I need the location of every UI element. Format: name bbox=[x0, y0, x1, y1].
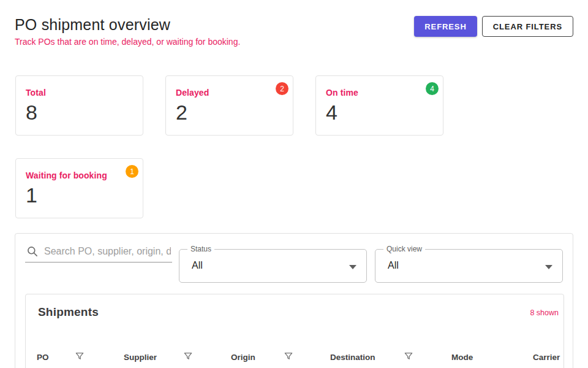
card-value: 8 bbox=[26, 101, 133, 125]
page-subtitle: Track POs that are on time, delayed, or … bbox=[15, 37, 240, 47]
column-header-carrier[interactable]: Carrier bbox=[533, 353, 560, 362]
column-header-po[interactable]: PO bbox=[37, 353, 49, 362]
card-label: On time bbox=[326, 88, 433, 98]
filter-icon[interactable] bbox=[404, 351, 413, 361]
status-select[interactable]: Status All bbox=[179, 249, 367, 283]
filter-icon[interactable] bbox=[75, 351, 85, 361]
summary-cards: Total 8 Delayed 2 2 On time 4 4 Waiting … bbox=[15, 75, 573, 218]
status-badge: 4 bbox=[426, 82, 439, 95]
clear-filters-button[interactable]: CLEAR FILTERS bbox=[482, 16, 573, 37]
filter-icon[interactable] bbox=[183, 351, 193, 361]
card-label: Total bbox=[26, 88, 133, 98]
card-value: 2 bbox=[176, 101, 283, 125]
toolbar: REFRESH CLEAR FILTERS bbox=[414, 16, 573, 37]
column-header-origin[interactable]: Origin bbox=[231, 353, 255, 362]
card-label: Waiting for booking bbox=[26, 171, 133, 180]
column-header-mode[interactable]: Mode bbox=[451, 353, 473, 362]
quick-view-select[interactable]: Quick view All bbox=[375, 249, 563, 283]
shipments-title: Shipments bbox=[38, 305, 99, 319]
page-title: PO shipment overview bbox=[15, 16, 240, 34]
shipments-count: 8 shown bbox=[530, 309, 559, 317]
page-header: PO shipment overview Track POs that are … bbox=[15, 16, 240, 47]
filters-and-table-panel: Status All Quick view All Shipments 8 sh… bbox=[15, 233, 573, 368]
status-select-value: All bbox=[192, 260, 203, 271]
card-value: 4 bbox=[326, 101, 433, 125]
card-label: Delayed bbox=[176, 88, 283, 98]
chevron-down-icon bbox=[545, 265, 552, 269]
summary-card-waiting-for-booking: Waiting for booking 1 1 bbox=[15, 158, 143, 218]
column-header-destination[interactable]: Destination bbox=[330, 353, 375, 362]
search-field[interactable] bbox=[25, 242, 172, 263]
status-badge: 2 bbox=[276, 82, 288, 95]
quick-view-select-label: Quick view bbox=[383, 245, 425, 253]
chevron-down-icon bbox=[349, 265, 356, 269]
quick-view-select-value: All bbox=[388, 260, 399, 271]
refresh-button[interactable]: REFRESH bbox=[414, 16, 477, 37]
status-select-label: Status bbox=[187, 245, 214, 253]
summary-card-delayed: Delayed 2 2 bbox=[165, 75, 293, 136]
summary-card-total: Total 8 bbox=[15, 75, 143, 136]
column-header-supplier[interactable]: Supplier bbox=[124, 353, 157, 362]
status-badge: 1 bbox=[126, 165, 138, 178]
search-icon bbox=[26, 245, 39, 258]
card-value: 1 bbox=[26, 183, 133, 207]
shipments-card: Shipments 8 shown PO Supplier Origin Des… bbox=[25, 294, 564, 368]
filter-icon[interactable] bbox=[284, 351, 293, 361]
summary-card-on-time: On time 4 4 bbox=[315, 75, 443, 136]
search-input[interactable] bbox=[44, 246, 171, 257]
